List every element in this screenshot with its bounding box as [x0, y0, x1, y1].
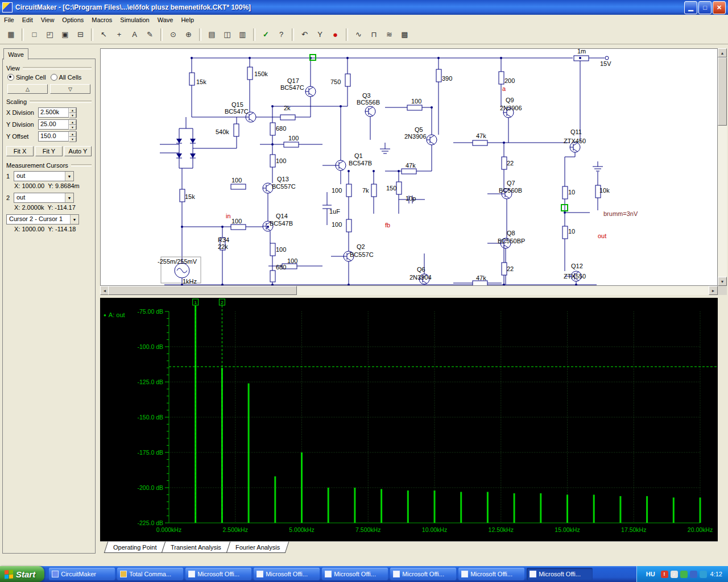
menu-file[interactable]: File — [0, 15, 18, 24]
taskbar-task[interactable]: Total Comma... — [117, 568, 183, 580]
taskbar-task[interactable]: Microsoft Offi... — [185, 568, 251, 580]
analysis-setup-icon[interactable]: ▩ — [398, 27, 412, 41]
spinner-icons[interactable]: ▲▼ — [68, 108, 76, 117]
menu-view[interactable]: View — [37, 15, 59, 24]
spinner-icons[interactable]: ▲▼ — [68, 120, 76, 129]
y-tick-label: -150.0 dB — [137, 414, 163, 421]
close-button[interactable]: ✕ — [713, 1, 726, 14]
volume-icon[interactable]: ♪ — [671, 571, 678, 578]
radio-single-cell[interactable]: Single Cell — [7, 74, 46, 81]
reset-icon[interactable]: ↶ — [297, 27, 312, 41]
component-label: Q12 — [571, 263, 583, 269]
component-label: 150 — [386, 185, 396, 192]
scroll-right-icon[interactable]: ► — [709, 286, 718, 295]
magnify-icon[interactable]: ⊕ — [181, 27, 196, 41]
view-schematic-icon[interactable]: ▤ — [205, 27, 219, 41]
wave-control-panel: View Single Cell All Cells △ ▽ Scaling X… — [2, 59, 96, 554]
taskbar-task[interactable]: Microsoft Offi... — [390, 568, 456, 580]
messenger-icon[interactable] — [680, 571, 688, 578]
new-file-icon[interactable]: □ — [27, 27, 42, 41]
tab-operating-point[interactable]: Operating Point — [104, 542, 166, 553]
delete-tool-icon[interactable]: + — [112, 27, 126, 41]
probe-tool-icon[interactable]: Y — [313, 27, 327, 41]
toolbar-separator — [292, 28, 294, 41]
tab-fourier-analysis[interactable]: Fourier Analysis — [226, 542, 289, 553]
window-title: CircuitMaker - [C:\Program Files\...\elő… — [15, 3, 251, 11]
split-horizontal-icon[interactable]: ◫ — [220, 27, 234, 41]
taskbar-task[interactable]: Microsoft Offi... — [527, 568, 593, 580]
component-label: 100 — [276, 246, 286, 253]
schematic-horizontal-scrollbar[interactable]: ◄ ► — [100, 286, 718, 295]
cell-down-button[interactable]: ▽ — [50, 84, 90, 94]
cursor2-readout: X: 2.0000k Y: -114.17 — [14, 204, 92, 211]
wire-tool-icon[interactable]: ✎ — [143, 27, 157, 41]
components-browser-icon[interactable]: ▦ — [4, 27, 18, 41]
help-tool-icon[interactable]: ? — [274, 27, 288, 41]
network-icon[interactable] — [700, 571, 707, 578]
horizontal-scroll-thumb[interactable] — [108, 286, 297, 295]
zoom-tool-icon[interactable]: ⊙ — [166, 27, 180, 41]
waveform-window-icon[interactable]: ∿ — [351, 27, 366, 41]
component-label: 100 — [332, 187, 342, 194]
taskbar-task[interactable]: Microsoft Offi... — [322, 568, 388, 580]
taskbar-task[interactable]: Microsoft Offi... — [254, 568, 320, 580]
taskbar-task[interactable]: CircuitMaker — [49, 568, 115, 580]
component-label: BC550BP — [498, 238, 525, 244]
cursor2-channel-select[interactable]: out ▼ — [14, 193, 74, 203]
x-division-input[interactable]: 2.500k ▲▼ — [38, 107, 77, 118]
spinner-icons[interactable]: ▲▼ — [68, 132, 76, 141]
menu-wave[interactable]: Wave — [154, 15, 177, 24]
taskbar-task[interactable]: Microsoft Offi... — [458, 568, 524, 580]
schematic-canvas[interactable]: 1m15V15k150kQ17BC547C750Q3BC556B39010020… — [100, 48, 718, 286]
fourier-plot-area[interactable]: A: out -75.00 dB-100.0 dB-125.0 dB-150.0… — [100, 298, 718, 541]
fit-x-button[interactable]: Fit X — [6, 146, 34, 156]
component-label: BC557C — [272, 183, 296, 190]
auto-y-button[interactable]: Auto Y — [64, 146, 92, 156]
cursor-flag-number: 2 — [221, 300, 224, 305]
text-tool-icon[interactable]: A — [127, 27, 142, 41]
toolbar-separator — [199, 28, 201, 41]
run-simulation-icon[interactable]: ✓ — [259, 27, 273, 41]
component-label: 2N3906 — [404, 133, 427, 140]
open-file-icon[interactable]: ◰ — [43, 27, 57, 41]
start-button[interactable]: Start — [0, 566, 44, 582]
dropdown-arrow-icon[interactable]: ▼ — [70, 215, 78, 224]
security-shield-icon[interactable]: ! — [661, 571, 668, 578]
maximize-button[interactable]: □ — [698, 1, 712, 14]
y-offset-input[interactable]: 150.0 ▲▼ — [38, 131, 77, 142]
stop-simulation-icon[interactable]: ● — [328, 27, 342, 41]
tab-label: Fourier Analysis — [235, 544, 280, 551]
dropdown-arrow-icon[interactable]: ▼ — [65, 193, 73, 202]
print-icon[interactable]: ⊟ — [73, 27, 88, 41]
signal-generator-icon[interactable]: ≋ — [382, 27, 396, 41]
x-tick-label: 7.500kHz — [355, 526, 380, 533]
menu-macros[interactable]: Macros — [88, 15, 116, 24]
digital-display-icon[interactable]: ⊓ — [367, 27, 381, 41]
save-icon[interactable]: ▣ — [58, 27, 72, 41]
tab-wave[interactable]: Wave — [3, 48, 28, 60]
display-icon[interactable] — [690, 571, 697, 578]
cell-up-button[interactable]: △ — [7, 84, 48, 94]
menu-edit[interactable]: Edit — [18, 15, 37, 24]
toolbar-separator — [160, 28, 163, 41]
vertical-scroll-thumb[interactable] — [718, 57, 727, 126]
menu-options[interactable]: Options — [58, 15, 88, 24]
arrow-tool-icon[interactable]: ↖ — [97, 27, 111, 41]
scroll-down-icon[interactable]: ▼ — [718, 277, 727, 286]
schematic-vertical-scrollbar[interactable]: ▲ ▼ — [718, 48, 727, 286]
dropdown-arrow-icon[interactable]: ▼ — [65, 172, 73, 181]
menu-help[interactable]: Help — [177, 15, 198, 24]
fit-y-button[interactable]: Fit Y — [35, 146, 63, 156]
scroll-up-icon[interactable]: ▲ — [718, 48, 727, 57]
split-vertical-icon[interactable]: ▥ — [235, 27, 250, 41]
language-indicator[interactable]: HU — [644, 570, 657, 578]
tab-transient-analysis[interactable]: Transient Analysis — [162, 542, 230, 553]
cursor-diff-select[interactable]: Cursor 2 - Cursor 1 ▼ — [6, 214, 79, 225]
menu-simulation[interactable]: Simulation — [116, 15, 153, 24]
component-label: BC547C — [280, 84, 304, 91]
y-division-input[interactable]: 25.00 ▲▼ — [38, 119, 77, 130]
cursor1-channel-select[interactable]: out ▼ — [14, 171, 74, 181]
component-label: 2k — [284, 105, 291, 111]
minimize-button[interactable]: ▁ — [684, 1, 697, 14]
radio-all-cells[interactable]: All Cells — [51, 74, 82, 81]
